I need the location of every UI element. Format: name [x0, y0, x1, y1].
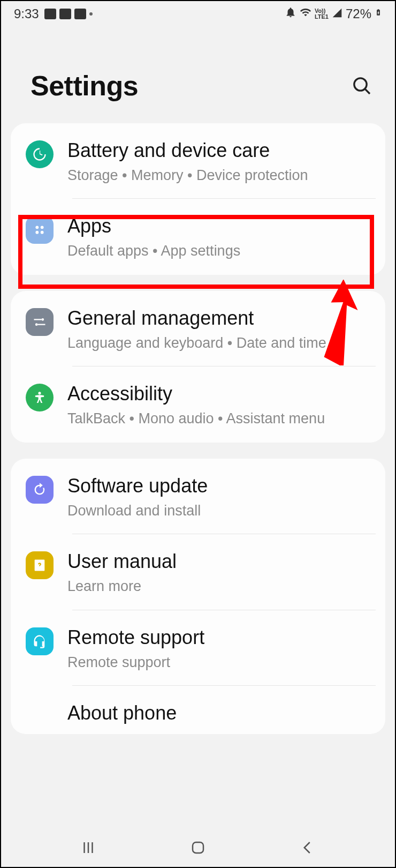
- settings-item-accessibility[interactable]: Accessibility TalkBack • Mono audio • As…: [11, 366, 385, 442]
- home-icon: [190, 840, 206, 856]
- home-button[interactable]: [182, 837, 214, 858]
- settings-item-user-manual[interactable]: User manual Learn more: [11, 534, 385, 610]
- gallery-icon: [74, 9, 86, 19]
- item-title: General management: [67, 306, 378, 330]
- status-time: 9:33: [14, 6, 39, 21]
- search-icon: [351, 75, 372, 96]
- alarm-icon: [285, 6, 296, 21]
- info-icon: [26, 703, 54, 731]
- svg-point-2: [35, 226, 39, 229]
- settings-item-apps[interactable]: Apps Default apps • App settings: [11, 199, 385, 274]
- battery-icon: [375, 6, 382, 21]
- svg-rect-10: [193, 842, 203, 853]
- svg-point-5: [41, 231, 44, 234]
- item-title: Remote support: [67, 625, 378, 649]
- settings-item-battery-device-care[interactable]: Battery and device care Storage • Memory…: [11, 123, 385, 199]
- manual-icon: [26, 551, 54, 579]
- status-notification-icons: [44, 9, 93, 19]
- item-subtitle: Default apps • App settings: [67, 241, 378, 260]
- item-subtitle: Storage • Memory • Device protection: [67, 166, 378, 185]
- item-title: Software update: [67, 474, 378, 498]
- item-subtitle: Remote support: [67, 653, 378, 672]
- item-subtitle: Learn more: [67, 577, 378, 596]
- youtube-icon: [59, 9, 71, 19]
- back-button[interactable]: [292, 837, 324, 858]
- svg-line-1: [365, 89, 370, 94]
- item-subtitle: Download and install: [67, 501, 378, 520]
- person-icon: [26, 384, 54, 411]
- item-title: Accessibility: [67, 381, 378, 406]
- settings-item-about-phone[interactable]: About phone: [11, 686, 385, 734]
- header: Settings: [1, 27, 395, 123]
- sliders-icon: [26, 308, 54, 336]
- battery-percent: 72%: [346, 6, 371, 21]
- settings-group: Battery and device care Storage • Memory…: [11, 123, 385, 275]
- item-title: Battery and device care: [67, 138, 378, 162]
- settings-item-remote-support[interactable]: Remote support Remote support: [11, 610, 385, 686]
- outlook-icon: [44, 9, 56, 19]
- settings-item-software-update[interactable]: Software update Download and install: [11, 459, 385, 534]
- volte-indicator: Vo))LTE1: [315, 8, 329, 20]
- page-title: Settings: [31, 70, 138, 102]
- settings-group: Software update Download and install Use…: [11, 459, 385, 734]
- svg-point-3: [41, 226, 44, 229]
- more-notifications-dot: [89, 12, 93, 16]
- settings-item-general-management[interactable]: General management Language and keyboard…: [11, 291, 385, 366]
- settings-group: General management Language and keyboard…: [11, 291, 385, 443]
- svg-point-0: [354, 78, 367, 91]
- status-bar: 9:33 Vo))LTE1 72%: [1, 1, 395, 27]
- apps-icon: [26, 216, 54, 244]
- item-subtitle: TalkBack • Mono audio • Assistant menu: [67, 409, 378, 428]
- recents-button[interactable]: [72, 837, 104, 858]
- item-title: Apps: [67, 214, 378, 238]
- item-title: About phone: [67, 701, 378, 725]
- headset-icon: [26, 627, 54, 655]
- item-subtitle: Language and keyboard • Date and time: [67, 333, 378, 353]
- navigation-bar: [1, 828, 395, 867]
- settings-list: Battery and device care Storage • Memory…: [1, 123, 395, 828]
- wifi-icon: [300, 6, 311, 21]
- back-icon: [300, 840, 316, 856]
- svg-point-4: [35, 231, 39, 234]
- svg-point-6: [38, 392, 41, 395]
- update-icon: [26, 476, 54, 504]
- device-care-icon: [26, 140, 54, 168]
- item-title: User manual: [67, 549, 378, 573]
- search-button[interactable]: [350, 74, 374, 98]
- recents-icon: [80, 840, 96, 856]
- signal-icon: [332, 6, 342, 21]
